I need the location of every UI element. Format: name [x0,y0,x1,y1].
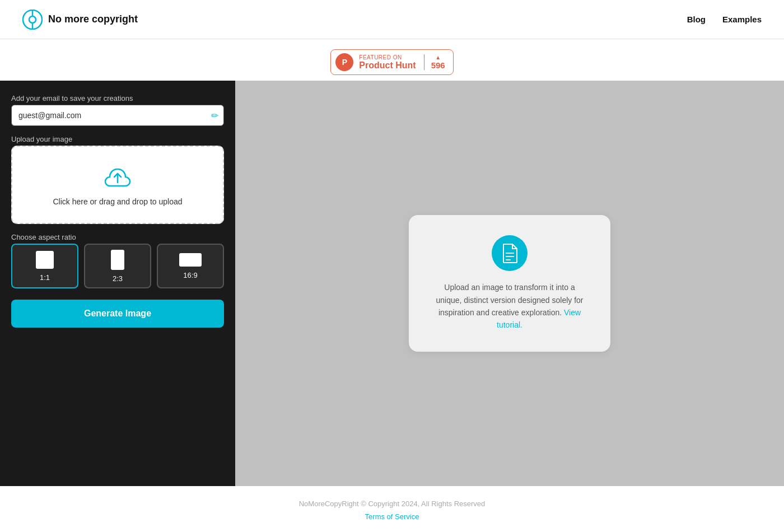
aspect-btn-1-1[interactable]: 1:1 [11,244,78,288]
aspect-btn-2-3[interactable]: 2:3 [84,244,151,288]
aspect-label-16-9: 16:9 [183,271,197,279]
banner-area: P FEATURED ON Product Hunt ▲ 596 [0,39,784,81]
aspect-label-2-3: 2:3 [113,274,123,283]
sidebar: Add your email to save your creations ✏ … [0,81,235,486]
aspect-thumb-1-1 [36,251,54,269]
aspect-buttons: 1:1 2:3 16:9 [11,244,224,288]
preview-area: Upload an image to transform it into a u… [235,81,784,486]
main-nav: Blog Examples [687,15,762,24]
logo-text: No more copyright [48,13,138,25]
preview-card: Upload an image to transform it into a u… [409,215,610,352]
votes-arrow-icon: ▲ [435,54,441,60]
main-wrapper: Add your email to save your creations ✏ … [0,81,784,486]
email-section: Add your email to save your creations ✏ [11,94,224,126]
terms-of-service-link[interactable]: Terms of Service [365,512,419,521]
aspect-section: Choose aspect ratio 1:1 2:3 16:9 [11,233,224,288]
logo: No more copyright [22,10,138,30]
upload-dropzone[interactable]: Click here or drag and drop to upload [11,146,224,224]
votes-count: 596 [431,60,445,70]
product-hunt-badge[interactable]: P FEATURED ON Product Hunt ▲ 596 [330,49,453,75]
footer: NoMoreCopyRight © Copyright 2024, All Ri… [0,486,784,532]
upload-label: Upload your image [11,135,224,143]
nav-blog[interactable]: Blog [687,15,706,24]
preview-description: Upload an image to transform it into a u… [431,281,588,332]
aspect-label-1-1: 1:1 [40,273,50,282]
aspect-thumb-2-3 [111,250,124,270]
email-input-wrapper: ✏ [11,105,224,126]
email-field[interactable] [11,105,224,126]
upload-cta-text: Click here or drag and drop to upload [53,197,182,206]
footer-copyright: NoMoreCopyRight © Copyright 2024, All Ri… [299,500,486,508]
nav-examples[interactable]: Examples [722,15,762,24]
aspect-btn-16-9[interactable]: 16:9 [157,244,224,288]
product-hunt-icon: P [335,53,353,71]
logo-icon [22,10,43,30]
aspect-label: Choose aspect ratio [11,233,224,241]
preview-doc-icon [492,235,528,271]
aspect-thumb-16-9 [179,253,202,267]
product-hunt-name: Product Hunt [359,60,416,71]
email-label: Add your email to save your creations [11,94,224,102]
document-icon [501,243,518,263]
svg-point-1 [29,16,36,23]
upload-cloud-icon [104,164,131,190]
featured-on-label: FEATURED ON [359,54,416,60]
generate-button[interactable]: Generate Image [11,300,224,328]
product-hunt-text: FEATURED ON Product Hunt [359,54,416,71]
edit-icon[interactable]: ✏ [211,110,218,121]
product-hunt-votes: ▲ 596 [424,54,445,70]
upload-section: Upload your image Click here or drag and… [11,135,224,224]
header: No more copyright Blog Examples [0,0,784,39]
